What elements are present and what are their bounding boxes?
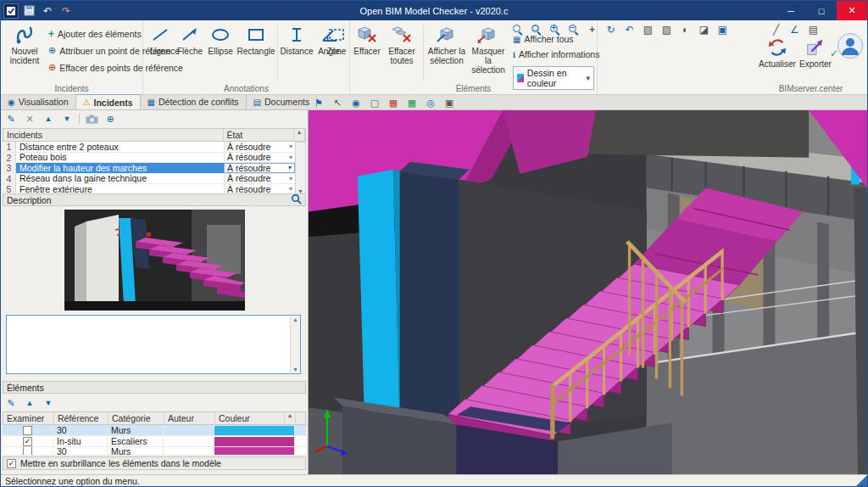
show-info-toggle[interactable]: i Afficher informations: [513, 49, 599, 59]
incident-state: À résoudre: [227, 184, 270, 194]
status-message: Sélectionnez une option du menu.: [5, 476, 140, 486]
rectangle-tool-button[interactable]: Rectangle: [236, 23, 275, 56]
examine-checkbox[interactable]: [23, 447, 32, 455]
refresh-button[interactable]: Actualiser: [759, 36, 796, 69]
select-cursor-icon[interactable]: ↖: [330, 96, 345, 109]
target-icon[interactable]: ⊕: [103, 113, 117, 126]
element-row[interactable]: 30 Murs: [3, 425, 306, 436]
view-tools: □ + − + ↻ ↶ ▧ ▨ ◐ ◪ ▣: [509, 22, 731, 36]
user-avatar[interactable]: ✓: [837, 32, 864, 61]
app-icon: [3, 3, 19, 19]
show-selection-button[interactable]: Afficher la sélection: [426, 23, 467, 65]
description-input[interactable]: [6, 315, 301, 374]
resize-grip[interactable]: [856, 475, 867, 486]
incident-state-dropdown[interactable]: À résoudre▾: [224, 184, 295, 194]
pan-icon[interactable]: +: [584, 22, 600, 36]
hidden-lines-icon[interactable]: ▨: [659, 22, 675, 36]
incident-state: À résoudre: [227, 173, 270, 183]
scroll-up-icon[interactable]: ▲: [292, 316, 298, 322]
ellipse-tool-button[interactable]: Ellipse: [206, 23, 235, 56]
perspective-icon[interactable]: ▧: [640, 22, 656, 36]
model-3d-view: [309, 110, 867, 474]
line-tool-button[interactable]: Ligne: [147, 23, 174, 56]
move-up-icon[interactable]: ▲: [23, 397, 36, 410]
scroll-down-icon[interactable]: ▼: [292, 367, 298, 372]
tab-visualisation[interactable]: ◉ Visualisation: [1, 94, 76, 109]
erase-all-button[interactable]: Effacer toutes: [384, 23, 420, 65]
incident-row-number: 4: [3, 174, 16, 184]
search-icon[interactable]: [291, 193, 302, 206]
save-button[interactable]: [20, 3, 37, 19]
incident-state-dropdown[interactable]: À résoudre▾: [224, 174, 295, 184]
incident-state-dropdown[interactable]: À résoudre▾: [224, 153, 295, 163]
camera-icon[interactable]: [85, 113, 98, 126]
redo-button[interactable]: ↷: [58, 3, 75, 19]
close-button[interactable]: ✕: [837, 1, 867, 20]
minimize-button[interactable]: ─: [776, 1, 806, 20]
tab-incidents[interactable]: ⚠ Incidents: [76, 94, 141, 109]
element-row[interactable]: ✓ In-situ Escaliers: [3, 436, 306, 447]
incident-state-dropdown[interactable]: À résoudre▾: [224, 142, 295, 152]
element-row[interactable]: 30 Murs: [3, 447, 306, 456]
examine-checkbox[interactable]: ✓: [23, 437, 32, 446]
arrow-tool-button[interactable]: Flèche: [175, 23, 204, 56]
section-icon[interactable]: ◪: [696, 22, 712, 36]
refresh-label: Actualiser: [759, 59, 796, 69]
ifc-red-layers-icon[interactable]: ▦: [386, 96, 401, 109]
description-label: Description: [7, 195, 52, 205]
zone-tool-button[interactable]: Zone: [323, 23, 350, 56]
incident-row[interactable]: 4 Réseau dans la gaine technique À résou…: [3, 174, 295, 185]
viewport-toolbar: ⚑ ↖ ◉ ▢ ▦ ▦ ◎ ▣: [311, 95, 457, 110]
incident-state-dropdown[interactable]: À résoudre▾: [224, 163, 295, 173]
previous-view-icon[interactable]: ↶: [621, 22, 637, 36]
examine-checkbox[interactable]: [23, 426, 32, 435]
fullscreen-icon[interactable]: ▣: [715, 22, 731, 36]
move-down-icon[interactable]: ▼: [42, 397, 55, 410]
flag-icon[interactable]: ⚑: [311, 96, 326, 109]
incident-preview[interactable]: [3, 207, 306, 312]
col-author: Auteur: [164, 412, 215, 424]
undo-button[interactable]: ↶: [39, 3, 56, 19]
orbit-icon[interactable]: ↻: [603, 22, 619, 36]
ifc-green-layers-icon[interactable]: ▦: [404, 96, 420, 109]
highlight-checkbox[interactable]: ✓: [7, 459, 16, 468]
scroll-up-icon[interactable]: ▲: [285, 412, 296, 424]
chevron-down-icon: ▾: [586, 74, 590, 82]
zoom-window-icon[interactable]: □: [528, 22, 544, 36]
zoom-in-icon[interactable]: +: [547, 22, 563, 36]
element-category: Escaliers: [108, 436, 164, 446]
new-incident-button[interactable]: Nouvel incident: [4, 23, 45, 65]
move-up-icon[interactable]: ▲: [42, 113, 55, 126]
incidents-scrollbar[interactable]: ▼: [295, 142, 306, 195]
move-down-icon[interactable]: ▼: [60, 113, 74, 126]
zoom-out-icon[interactable]: −: [565, 22, 581, 36]
scroll-up-icon[interactable]: ▲: [294, 129, 305, 141]
incident-row-selected[interactable]: 3 Modifier la hauteur des marches À réso…: [3, 163, 295, 174]
shadows-icon[interactable]: ◐: [677, 22, 693, 36]
incidents-toolbar: ✎ ✕ ▲ ▼ ⊕: [4, 112, 117, 126]
hide-selection-button[interactable]: Masquer la sélection: [469, 23, 508, 75]
zoom-extents-icon[interactable]: [509, 22, 526, 36]
model-viewport[interactable]: [309, 110, 867, 474]
delete-icon[interactable]: ✕: [23, 113, 36, 126]
tab-conflicts[interactable]: ▦ Détection de conflits: [141, 94, 247, 109]
distance-tool-button[interactable]: Distance: [279, 23, 314, 56]
group-label-incidents: Incidents: [1, 84, 142, 93]
viewport-settings-icon[interactable]: ▣: [442, 96, 457, 109]
tab-documents[interactable]: ▤ Documents: [247, 94, 318, 109]
eye-icon[interactable]: ◉: [348, 96, 364, 109]
incident-row[interactable]: 2 Poteau bois À résoudre▾: [3, 153, 295, 164]
edit-icon[interactable]: ✎: [4, 397, 18, 410]
document-icon: ▤: [253, 98, 261, 107]
incident-row[interactable]: 1 Distance entre 2 poteaux À résoudre▾: [3, 142, 295, 153]
edit-icon[interactable]: ✎: [4, 113, 18, 126]
erase-button[interactable]: Effacer: [352, 23, 382, 56]
maximize-button[interactable]: □: [806, 1, 837, 20]
visibility-icon[interactable]: ◎: [423, 96, 438, 109]
box-select-icon[interactable]: ▢: [367, 96, 382, 109]
add-elements-button[interactable]: + Ajouter des éléments: [48, 28, 142, 40]
line-icon: [150, 25, 170, 45]
export-button[interactable]: Exporter: [798, 36, 833, 69]
highlight-elements-toggle[interactable]: ✓ Mettre en surbrillance les éléments da…: [3, 456, 306, 470]
description-scrollbar[interactable]: ▲ ▼: [290, 316, 300, 372]
